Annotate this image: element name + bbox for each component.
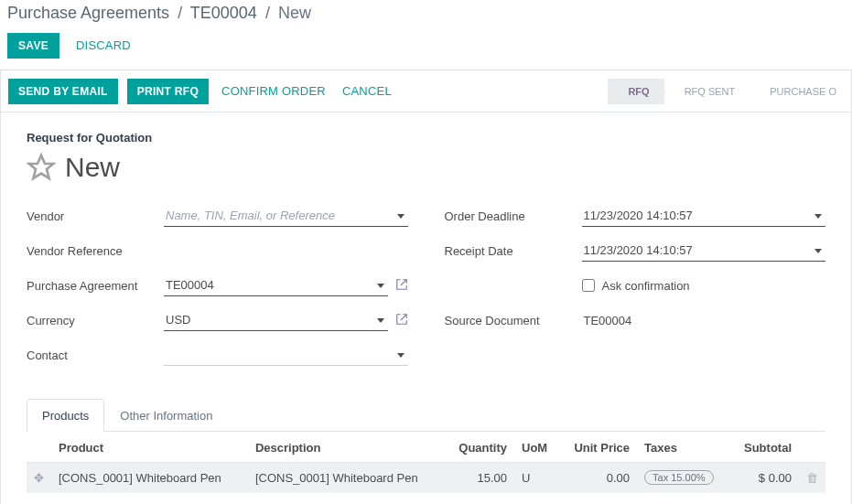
- col-taxes: Taxes: [637, 432, 729, 463]
- tab-products[interactable]: Products: [27, 399, 104, 432]
- col-unit-price: Unit Price: [559, 432, 637, 463]
- purchase-agreement-input[interactable]: [164, 274, 388, 296]
- print-rfq-button[interactable]: PRINT RFQ: [127, 79, 209, 104]
- ask-confirmation-label: Ask confirmation: [602, 279, 690, 293]
- breadcrumb-root[interactable]: Purchase Agreements: [7, 4, 169, 22]
- cancel-button[interactable]: CANCEL: [339, 78, 395, 104]
- drag-handle-icon[interactable]: ✥: [27, 463, 51, 493]
- tab-other-information[interactable]: Other Information: [104, 399, 228, 432]
- external-link-icon[interactable]: [395, 278, 408, 294]
- vendor-label: Vendor: [27, 209, 164, 223]
- discard-button[interactable]: DISCARD: [72, 32, 135, 59]
- contact-label: Contact: [27, 349, 164, 362]
- external-link-icon[interactable]: [395, 313, 408, 328]
- purchase-agreement-label: Purchase Agreement: [27, 279, 164, 293]
- vendor-input[interactable]: [164, 205, 408, 227]
- stage-purchase-order[interactable]: PURCHASE O: [750, 79, 851, 104]
- currency-label: Currency: [27, 314, 164, 327]
- source-document-label: Source Document: [445, 314, 582, 327]
- section-title: Request for Quotation: [27, 131, 825, 145]
- delete-row-icon[interactable]: 🗑: [799, 463, 825, 493]
- source-document-value: TE00004: [582, 310, 634, 331]
- form-sheet: SEND BY EMAIL PRINT RFQ CONFIRM ORDER CA…: [0, 70, 852, 504]
- ask-confirmation-checkbox[interactable]: [582, 279, 595, 292]
- receipt-date-label: Receipt Date: [445, 244, 582, 258]
- table-row[interactable]: ✥ [CONS_0001] Whiteboard Pen [CONS_0001]…: [27, 463, 825, 493]
- receipt-date-input[interactable]: [582, 240, 826, 262]
- status-stages: RFQ RFQ SENT PURCHASE O: [608, 79, 851, 104]
- breadcrumb-sep: /: [265, 4, 270, 22]
- col-description: Description: [248, 432, 445, 463]
- save-button[interactable]: SAVE: [7, 33, 59, 59]
- confirm-order-button[interactable]: CONFIRM ORDER: [218, 78, 329, 104]
- cell-subtotal: $ 0.00: [730, 463, 799, 493]
- tax-pill: Tax 15.00%: [644, 470, 713, 485]
- cell-taxes[interactable]: Tax 15.00%: [637, 463, 729, 493]
- breadcrumb-current: New: [278, 4, 311, 22]
- vendor-reference-label: Vendor Reference: [27, 244, 164, 258]
- priority-star-icon[interactable]: [27, 153, 56, 182]
- cell-description[interactable]: [CONS_0001] Whiteboard Pen: [248, 463, 445, 493]
- breadcrumb-sep: /: [178, 4, 182, 22]
- breadcrumb-mid[interactable]: TE00004: [190, 4, 257, 22]
- tabs: Products Other Information: [27, 399, 825, 432]
- stage-rfq[interactable]: RFQ: [608, 79, 663, 104]
- col-uom: UoM: [514, 432, 559, 463]
- cell-uom[interactable]: U: [514, 463, 559, 493]
- statusbar: SEND BY EMAIL PRINT RFQ CONFIRM ORDER CA…: [1, 70, 851, 113]
- cell-product[interactable]: [CONS_0001] Whiteboard Pen: [51, 463, 248, 493]
- stage-rfq-sent[interactable]: RFQ SENT: [664, 79, 750, 104]
- col-product: Product: [51, 432, 248, 463]
- main-toolbar: SAVE DISCARD: [0, 32, 852, 70]
- order-deadline-input[interactable]: [582, 205, 826, 227]
- products-table: Product Description Quantity UoM Unit Pr…: [27, 432, 825, 504]
- col-quantity: Quantity: [445, 432, 514, 463]
- col-subtotal: Subtotal: [730, 432, 799, 463]
- contact-input[interactable]: [164, 344, 408, 366]
- breadcrumb: Purchase Agreements / TE00004 / New: [0, 0, 852, 32]
- cell-unit-price[interactable]: 0.00: [559, 463, 637, 493]
- order-deadline-label: Order Deadline: [445, 209, 582, 223]
- cell-quantity[interactable]: 15.00: [445, 463, 514, 493]
- send-by-email-button[interactable]: SEND BY EMAIL: [8, 79, 118, 104]
- currency-input[interactable]: [164, 309, 388, 331]
- page-title: New: [65, 152, 120, 183]
- svg-marker-0: [29, 155, 54, 178]
